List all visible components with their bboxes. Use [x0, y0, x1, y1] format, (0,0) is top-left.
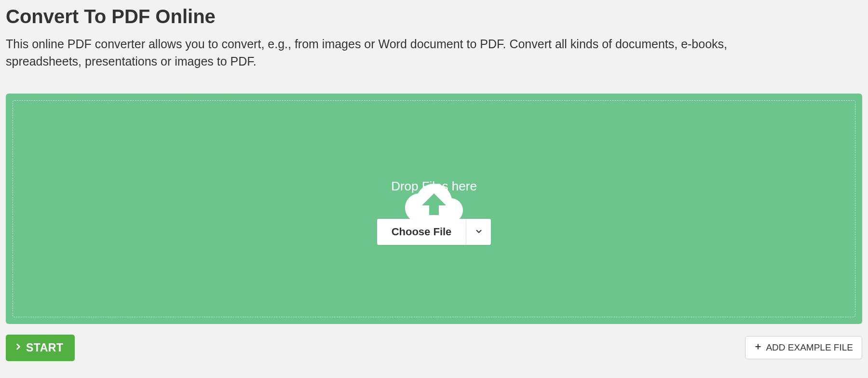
action-row: START ADD EXAMPLE FILE — [6, 335, 862, 361]
add-example-label: ADD EXAMPLE FILE — [766, 342, 853, 353]
start-button-label: START — [26, 341, 63, 354]
dropzone-inner: Drop Files here Choose File — [13, 100, 855, 317]
chevron-down-icon — [475, 227, 483, 237]
add-example-file-button[interactable]: ADD EXAMPLE FILE — [745, 336, 862, 359]
start-button[interactable]: START — [6, 335, 75, 361]
page-description: This online PDF converter allows you to … — [6, 35, 758, 70]
page-title: Convert To PDF Online — [6, 6, 862, 27]
plus-icon — [754, 342, 762, 353]
file-dropzone[interactable]: Drop Files here Choose File — [6, 94, 862, 324]
chevron-right-icon — [14, 341, 23, 354]
